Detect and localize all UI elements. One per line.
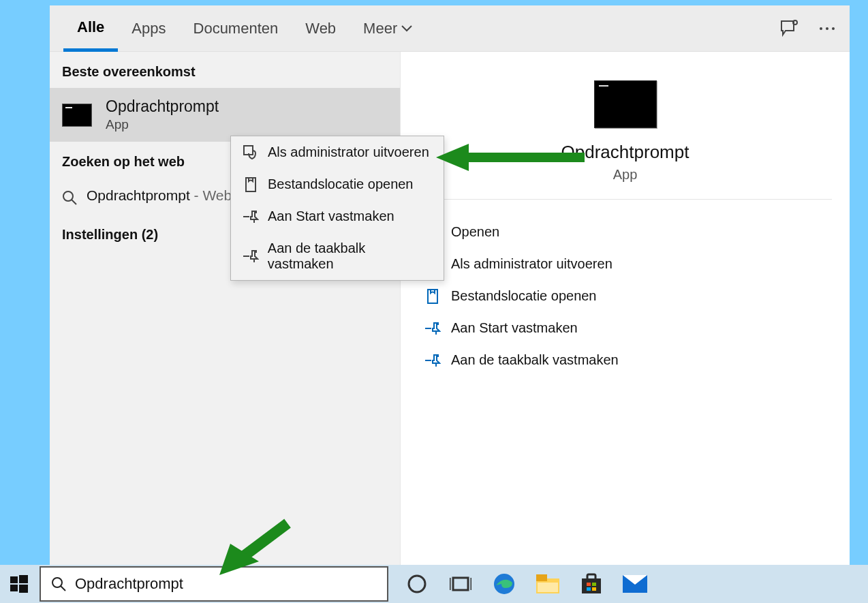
search-content: Beste overeenkomst Opdrachtprompt App Zo… [50,52,850,565]
taskbar-icons [403,570,649,598]
cmd-large-icon [594,80,657,128]
svg-rect-20 [19,575,28,583]
svg-rect-21 [10,585,18,591]
svg-rect-37 [587,587,591,591]
best-match-header: Beste overeenkomst [50,52,400,88]
taskbar [0,565,868,603]
feedback-icon[interactable] [780,20,799,37]
annotation-arrow-icon [214,516,296,578]
svg-point-1 [820,27,822,30]
search-icon [50,576,67,592]
windows-logo-icon [10,575,28,593]
annotation-arrow-icon [436,140,586,175]
tab-web[interactable]: Web [292,5,350,52]
details-pane: Opdrachtprompt App Openen Als adm [400,52,850,565]
folder-icon [421,289,444,304]
pin-start-icon [421,322,444,335]
action-pin-start-label: Aan Start vastmaken [451,320,578,336]
svg-point-0 [793,20,797,25]
details-subtitle: App [613,167,638,183]
folder-icon [241,177,261,192]
tab-documents[interactable]: Documenten [180,5,292,52]
action-open-location-label: Bestandslocatie openen [451,288,597,304]
svg-rect-31 [536,574,547,581]
file-explorer-icon[interactable] [534,570,561,598]
svg-rect-38 [592,587,596,591]
svg-point-23 [52,578,62,587]
cm-pin-taskbar-label: Aan de taakbalk vastmaken [268,241,434,272]
app-hero: Opdrachtprompt App [418,68,832,200]
svg-rect-36 [592,583,596,586]
svg-rect-26 [453,578,468,590]
cm-pin-start-label: Aan Start vastmaken [268,208,394,224]
action-open-label: Openen [451,224,499,240]
cmd-thumbnail-icon [62,104,92,127]
search-tabs: Alle Apps Documenten Web Meer [50,5,850,52]
tab-all[interactable]: Alle [63,5,118,52]
action-open-location[interactable]: Bestandslocatie openen [418,280,832,312]
chevron-down-icon [401,25,412,32]
cm-open-location-label: Bestandslocatie openen [268,176,414,192]
svg-point-2 [826,27,828,30]
svg-rect-35 [587,583,591,586]
microsoft-store-icon[interactable] [578,570,605,598]
cm-open-location[interactable]: Bestandslocatie openen [231,168,444,200]
svg-point-25 [409,576,425,592]
edge-icon[interactable] [491,570,518,598]
svg-point-4 [63,191,73,201]
svg-rect-32 [538,583,558,592]
svg-rect-22 [19,585,28,593]
cm-pin-start[interactable]: Aan Start vastmaken [231,200,444,232]
start-button[interactable] [0,565,38,603]
svg-line-24 [61,586,65,591]
task-view-icon[interactable] [447,570,474,598]
best-match-title: Opdrachtprompt [106,97,219,116]
action-open[interactable]: Openen [418,216,832,248]
svg-rect-19 [10,576,18,583]
tab-more[interactable]: Meer [350,5,426,52]
search-icon [62,190,77,205]
tab-apps[interactable]: Apps [118,5,179,52]
action-run-as-admin-label: Als administrator uitvoeren [451,256,613,272]
details-actions: Openen Als administrator uitvoeren Besta… [418,200,832,376]
context-menu: Als administrator uitvoeren Bestandsloca… [230,136,444,281]
more-options-icon[interactable] [818,26,836,31]
action-pin-taskbar[interactable]: Aan de taakbalk vastmaken [418,344,832,376]
svg-marker-16 [436,144,469,171]
cm-pin-taskbar[interactable]: Aan de taakbalk vastmaken [231,232,444,280]
action-pin-start[interactable]: Aan Start vastmaken [418,312,832,344]
mail-icon[interactable] [621,570,649,598]
search-panel: Alle Apps Documenten Web Meer Beste over… [50,5,850,565]
cm-run-as-admin[interactable]: Als administrator uitvoeren [231,136,444,168]
results-list: Beste overeenkomst Opdrachtprompt App Zo… [50,52,400,565]
action-run-as-admin[interactable]: Als administrator uitvoeren [418,248,832,280]
action-pin-taskbar-label: Aan de taakbalk vastmaken [451,352,619,368]
svg-point-3 [832,27,835,30]
best-match-item[interactable]: Opdrachtprompt App [50,88,400,142]
tab-more-label: Meer [363,20,397,37]
pin-taskbar-icon [241,249,261,263]
cm-run-as-admin-label: Als administrator uitvoeren [268,144,429,160]
svg-line-5 [72,200,76,204]
pin-taskbar-icon [421,354,444,367]
best-match-subtitle: App [106,117,219,132]
svg-rect-34 [587,574,595,580]
pin-start-icon [241,210,261,223]
shield-icon [241,145,261,160]
cortana-icon[interactable] [403,570,431,598]
